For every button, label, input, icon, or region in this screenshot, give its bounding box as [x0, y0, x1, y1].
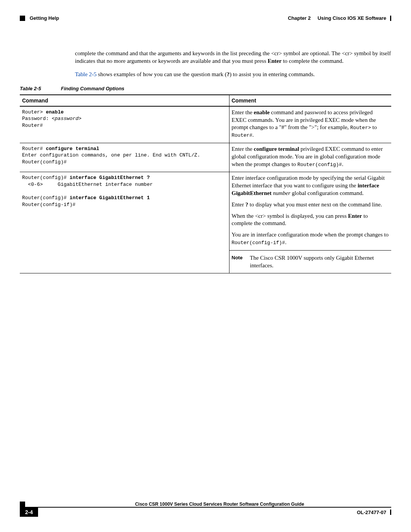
chapter-title: Using Cisco IOS XE Software: [317, 15, 386, 21]
footer-square-icon: [20, 502, 25, 507]
col-comment: Comment: [229, 95, 391, 106]
table-row: Router# configure terminal Enter configu…: [20, 143, 391, 172]
command-table: Command Comment Router> enable Password:…: [20, 94, 391, 274]
body-paragraphs: complete the command and that the argume…: [75, 50, 391, 78]
command-block: Router(config)# interface GigabitEtherne…: [22, 174, 227, 208]
chapter-label: Chapter 2: [288, 15, 311, 21]
table-ref-link[interactable]: Table 2-5: [75, 71, 97, 77]
command-block: Router> enable Password: <password> Rout…: [22, 109, 227, 129]
page-header: Getting Help Chapter 2 Using Cisco IOS X…: [20, 15, 391, 27]
table-row: Router(config)# interface GigabitEtherne…: [20, 172, 391, 273]
header-chapter: Chapter 2 Using Cisco IOS XE Software: [288, 15, 391, 21]
note-label: Note: [232, 254, 250, 270]
table-caption: Table 2-5 Finding Command Options: [20, 86, 391, 91]
footer-doc-id: OL-27477-07: [357, 510, 391, 515]
note-block: Note The Cisco CSR 1000V supports only G…: [232, 252, 389, 270]
command-block: Router# configure terminal Enter configu…: [22, 145, 227, 166]
table-title: Finding Command Options: [61, 86, 124, 91]
footer-doc-title: Cisco CSR 1000V Series Cloud Services Ro…: [48, 502, 391, 507]
body-para-1: complete the command and that the argume…: [75, 50, 391, 65]
body-para-2: Table 2-5 shows examples of how you can …: [75, 70, 391, 78]
table-row: Router> enable Password: <password> Rout…: [20, 106, 391, 143]
header-square-icon: [20, 16, 25, 21]
page-number: 2-4: [20, 508, 38, 517]
table-number: Table 2-5: [20, 86, 61, 91]
header-bar-icon: [390, 16, 391, 21]
footer-bar-icon: [390, 510, 391, 515]
comment-block: Enter interface configuration mode by sp…: [229, 172, 391, 273]
header-section: Getting Help: [20, 15, 59, 21]
page-footer: Cisco CSR 1000V Series Cloud Services Ro…: [20, 502, 391, 517]
section-name: Getting Help: [30, 15, 59, 21]
note-body: The Cisco CSR 1000V supports only Gigabi…: [250, 254, 389, 270]
document-page: Getting Help Chapter 2 Using Cisco IOS X…: [0, 0, 411, 532]
comment-block: Enter the enable command and password to…: [229, 106, 391, 143]
comment-block: Enter the configure terminal privileged …: [229, 143, 391, 172]
col-command: Command: [20, 95, 229, 106]
